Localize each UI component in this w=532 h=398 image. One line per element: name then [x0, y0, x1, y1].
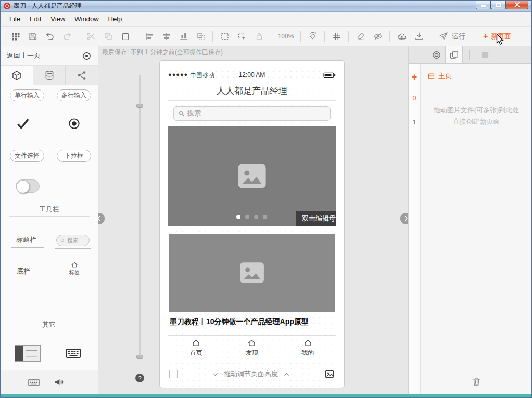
tab-discover-label: 发现	[246, 349, 258, 357]
home-page-item[interactable]: 主页	[421, 64, 531, 81]
slider-handle-top[interactable]	[136, 104, 143, 108]
divider-widget[interactable]	[11, 297, 44, 297]
redo-button[interactable]	[58, 29, 75, 44]
help-button[interactable]: ?	[135, 374, 144, 382]
slider-handle-bottom[interactable]	[136, 355, 143, 359]
checkmark-widget-icon[interactable]	[16, 117, 30, 131]
widget-file-select[interactable]: 文件选择	[10, 150, 44, 162]
panel-menu-button[interactable]	[476, 46, 493, 63]
marquee-button[interactable]	[216, 29, 233, 44]
widget-multi-input[interactable]: 多行输入	[57, 89, 91, 101]
tab-home[interactable]: 首页	[168, 336, 224, 361]
menu-edit[interactable]: Edit	[25, 12, 46, 26]
menu-view[interactable]: View	[46, 12, 70, 26]
window-title: 墨刀 - 人人都是产品经理	[14, 2, 82, 10]
card-text-lines	[26, 350, 37, 357]
carousel-dot-active[interactable]	[236, 215, 240, 219]
align-left-button[interactable]	[141, 29, 158, 44]
keyboard-widget-icon[interactable]	[62, 345, 84, 362]
rocket-icon	[439, 32, 448, 41]
copy-button[interactable]	[99, 29, 117, 44]
lock-button[interactable]	[250, 29, 268, 44]
back-link[interactable]: 返回上一页	[7, 51, 41, 60]
eraser-button[interactable]	[352, 29, 369, 44]
menu-help[interactable]: Help	[104, 12, 127, 26]
rotate-screen-button[interactable]	[304, 29, 321, 44]
run-button[interactable]: 运行	[439, 32, 465, 41]
cube-icon	[11, 70, 22, 81]
divider	[9, 216, 90, 217]
widget-search-sample[interactable]: 搜索	[56, 235, 90, 246]
chevron-down-icon	[212, 371, 219, 378]
align-bottom-button[interactable]	[175, 29, 192, 44]
database-icon	[44, 70, 55, 81]
carousel-dot[interactable]	[263, 215, 267, 219]
chevron-left-icon	[98, 215, 102, 222]
keyboard-icon[interactable]	[28, 376, 40, 389]
target-icon[interactable]	[82, 51, 92, 61]
widget-gallery-card[interactable]	[15, 345, 41, 362]
maximize-button[interactable]	[491, 1, 506, 9]
page-checkbox[interactable]	[169, 370, 178, 378]
widget-dropdown[interactable]: 下拉框	[57, 150, 91, 162]
image-icon[interactable]	[324, 369, 335, 379]
card-image-block	[15, 346, 23, 361]
add-page-button[interactable]: +	[412, 68, 417, 86]
menu-file[interactable]: File	[5, 12, 25, 26]
tab-components[interactable]	[1, 66, 33, 85]
radio-widget-icon[interactable]	[68, 117, 81, 130]
cloud-upload-button[interactable]	[393, 29, 410, 44]
save-button[interactable]	[24, 29, 41, 44]
close-button[interactable]	[506, 1, 528, 9]
tab-preview[interactable]	[427, 46, 445, 63]
pages-list: 主页 拖动图片文件(可多张)到此处 直接创建新页面	[421, 64, 531, 394]
widget-bottom-bar[interactable]: 底栏	[17, 267, 30, 276]
carousel-dot[interactable]	[254, 215, 258, 219]
tab-share[interactable]	[66, 66, 98, 85]
align-center-button[interactable]	[158, 29, 175, 44]
phone-search-input[interactable]: 搜索	[173, 106, 331, 121]
article-image-placeholder[interactable]	[169, 234, 335, 312]
widget-titlebar[interactable]: 标题栏	[16, 235, 36, 245]
minimize-button[interactable]	[476, 1, 491, 9]
group-button[interactable]	[192, 29, 209, 44]
hide-layer-button[interactable]	[369, 29, 386, 44]
menu-window[interactable]: Window	[70, 12, 103, 26]
cut-icon	[86, 32, 96, 41]
tag-label: 标签	[62, 269, 86, 276]
height-drag-control[interactable]: 拖动调节页面高度	[178, 369, 324, 379]
megaphone-icon[interactable]	[54, 377, 65, 388]
page-height-slider-track[interactable]	[139, 75, 141, 358]
marquee-select-button[interactable]	[233, 29, 250, 44]
widget-tag[interactable]: 标签	[62, 261, 86, 276]
paste-icon	[121, 32, 130, 41]
article-title: 墨刀教程丨10分钟做一个产品经理App原型	[170, 317, 334, 327]
page-footer-controls: 拖动调节页面高度	[168, 365, 336, 383]
download-button[interactable]	[410, 29, 427, 44]
prev-page-arrow[interactable]	[98, 213, 105, 224]
carousel-dot[interactable]	[245, 215, 249, 219]
grid-button[interactable]	[328, 29, 345, 44]
page-index-1[interactable]: 1	[412, 110, 416, 134]
widgets-button[interactable]	[7, 29, 24, 44]
cut-button[interactable]	[82, 29, 99, 44]
master-edit-tag[interactable]: 双击编辑母版	[296, 211, 336, 226]
next-page-arrow[interactable]	[400, 213, 408, 224]
tab-mine[interactable]: 我的	[280, 336, 336, 361]
trash-button[interactable]	[421, 376, 531, 387]
carousel-image-placeholder[interactable]: 双击编辑母版	[168, 126, 336, 226]
run-label: 运行	[452, 32, 465, 41]
undo-button[interactable]	[41, 29, 58, 44]
tab-pages[interactable]	[445, 46, 463, 63]
widget-single-input[interactable]: 单行输入	[10, 89, 44, 101]
section-other-label: 其它	[1, 320, 98, 329]
tab-data[interactable]	[33, 66, 66, 85]
house-icon	[71, 261, 78, 268]
zoom-level[interactable]: 100%	[274, 33, 297, 40]
divider	[324, 31, 325, 42]
phone-mockup: ●●●●● 中国移动 12:00 AM 人人都是产品经理 搜索	[159, 60, 345, 388]
toggle-widget[interactable]	[16, 179, 40, 193]
paste-button[interactable]	[117, 29, 134, 44]
tab-discover[interactable]: 发现	[224, 336, 280, 361]
page-index-0[interactable]: 0	[412, 86, 416, 110]
